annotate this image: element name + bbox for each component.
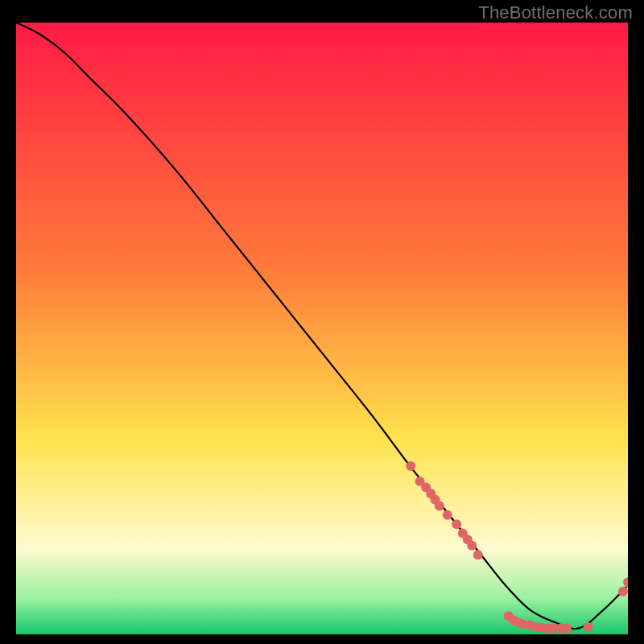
data-marker [452, 519, 461, 529]
plot-svg [16, 23, 628, 634]
data-marker [584, 622, 593, 632]
watermark-text: TheBottleneck.com [478, 2, 633, 23]
chart-stage: TheBottleneck.com [0, 0, 644, 644]
data-marker [562, 623, 572, 633]
data-marker [473, 550, 483, 559]
data-marker [618, 587, 628, 597]
data-marker [406, 461, 415, 471]
data-marker [435, 501, 444, 510]
data-marker [443, 510, 452, 520]
data-marker [467, 541, 477, 551]
gradient-background [16, 23, 628, 634]
plot-area [16, 23, 628, 634]
